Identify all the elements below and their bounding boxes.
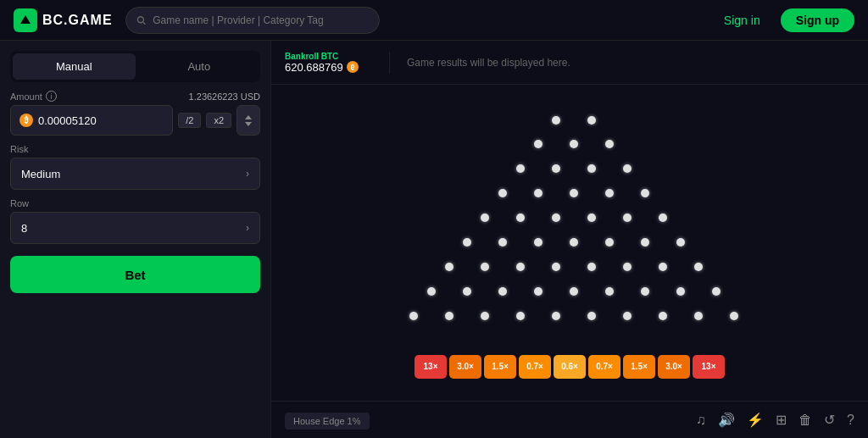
risk-value: Medium — [21, 168, 60, 180]
spin-button[interactable] — [236, 105, 260, 136]
peg — [712, 287, 721, 296]
peg — [676, 287, 685, 296]
peg — [641, 189, 649, 197]
peg — [587, 164, 596, 173]
peg — [552, 263, 560, 271]
risk-section: Risk Medium › — [10, 144, 260, 190]
search-icon — [136, 15, 146, 25]
peg — [570, 189, 578, 197]
music-icon[interactable]: ♫ — [696, 413, 706, 428]
bankroll-btc-icon: ₿ — [347, 61, 359, 73]
search-input[interactable] — [153, 14, 369, 26]
peg — [641, 238, 649, 247]
amount-info-icon[interactable]: i — [46, 91, 57, 102]
peg — [570, 140, 578, 148]
amount-row: ₿ 0.00005120 /2 x2 — [10, 105, 260, 136]
peg — [623, 312, 632, 320]
tab-manual[interactable]: Manual — [13, 53, 136, 80]
peg — [534, 189, 542, 197]
multiplier-box: 0.7× — [519, 355, 551, 379]
multiplier-box: 13× — [693, 355, 725, 379]
amount-input[interactable]: ₿ 0.00005120 — [10, 105, 173, 136]
peg — [570, 287, 578, 296]
multiplier-box: 1.5× — [484, 355, 516, 379]
tab-auto[interactable]: Auto — [138, 51, 261, 82]
row-value: 8 — [21, 222, 27, 235]
row-label: Row — [10, 198, 260, 208]
right-panel: Bankroll BTC 620.688769 ₿ Game results w… — [271, 41, 868, 438]
help-icon[interactable]: ? — [847, 413, 854, 428]
risk-chevron-icon: › — [246, 168, 249, 180]
grid-icon[interactable]: ⊞ — [776, 412, 787, 428]
peg — [498, 189, 507, 197]
peg — [641, 287, 649, 296]
peg — [587, 263, 596, 271]
peg — [623, 263, 632, 271]
double-button[interactable]: x2 — [206, 113, 231, 128]
peg — [463, 238, 471, 247]
top-bar: Bankroll BTC 620.688769 ₿ Game results w… — [271, 41, 868, 85]
btc-icon: ₿ — [19, 114, 33, 127]
bankroll-area: Bankroll BTC 620.688769 ₿ — [271, 52, 390, 74]
game-area: 13×3.0×1.5×0.7×0.6×0.7×1.5×3.0×13× — [271, 85, 868, 401]
bottom-bar: House Edge 1% ♫🔊⚡⊞🗑↺? — [271, 401, 868, 438]
svg-point-0 — [137, 16, 143, 22]
peg — [605, 287, 614, 296]
peg — [587, 213, 596, 222]
peg — [623, 213, 632, 222]
multipliers-row: 13×3.0×1.5×0.7×0.6×0.7×1.5×3.0×13× — [415, 355, 725, 379]
search-bar[interactable] — [125, 7, 380, 34]
bottom-icons: ♫🔊⚡⊞🗑↺? — [696, 412, 854, 428]
spin-up-icon — [245, 115, 252, 119]
multiplier-box: 0.7× — [588, 355, 620, 379]
amount-label: Amount i 1.23626223 USD — [10, 91, 260, 102]
peg — [516, 263, 525, 271]
peg — [516, 213, 525, 222]
peg — [481, 312, 489, 320]
volume-icon[interactable]: 🔊 — [718, 412, 735, 428]
peg — [587, 116, 596, 125]
peg — [694, 263, 703, 271]
refresh-icon[interactable]: ↺ — [824, 412, 835, 428]
bankroll-label: Bankroll BTC — [285, 52, 376, 61]
bet-button[interactable]: Bet — [10, 256, 260, 293]
peg — [552, 116, 560, 125]
logo-text: BC.GAME — [42, 13, 113, 28]
peg — [516, 312, 525, 320]
row-chevron-icon: › — [246, 222, 249, 234]
logo-area: BC.GAME — [14, 8, 115, 32]
peg — [534, 140, 542, 148]
half-button[interactable]: /2 — [178, 113, 201, 128]
bankroll-value: 620.688769 ₿ — [285, 61, 376, 74]
signup-button[interactable]: Sign up — [781, 8, 854, 32]
peg — [427, 287, 436, 296]
peg — [534, 238, 542, 247]
peg — [605, 189, 614, 197]
risk-select[interactable]: Medium › — [10, 158, 260, 190]
amount-usd: 1.23626223 USD — [189, 91, 260, 102]
row-section: Row 8 › — [10, 198, 260, 244]
peg — [659, 213, 667, 222]
peg — [694, 312, 703, 320]
multiplier-box: 0.6× — [554, 355, 586, 379]
amount-section: Amount i 1.23626223 USD ₿ 0.00005120 /2 … — [10, 91, 260, 136]
signin-button[interactable]: Sign in — [714, 8, 771, 32]
pegs-container — [392, 108, 748, 336]
edge-label-area: House Edge 1% — [285, 413, 370, 428]
peg — [570, 238, 578, 247]
peg — [516, 164, 525, 173]
peg — [463, 287, 471, 296]
mode-tabs: Manual Auto — [10, 51, 260, 82]
lightning-icon[interactable]: ⚡ — [747, 412, 764, 428]
peg — [481, 263, 489, 271]
peg — [676, 238, 685, 247]
trash-icon[interactable]: 🗑 — [798, 413, 812, 428]
peg — [623, 164, 632, 173]
results-bar: Game results will be displayed here. — [390, 57, 868, 69]
peg — [730, 312, 738, 320]
row-select[interactable]: 8 › — [10, 212, 260, 244]
peg — [659, 263, 667, 271]
multiplier-box: 13× — [415, 355, 447, 379]
peg — [498, 287, 507, 296]
peg — [445, 263, 453, 271]
